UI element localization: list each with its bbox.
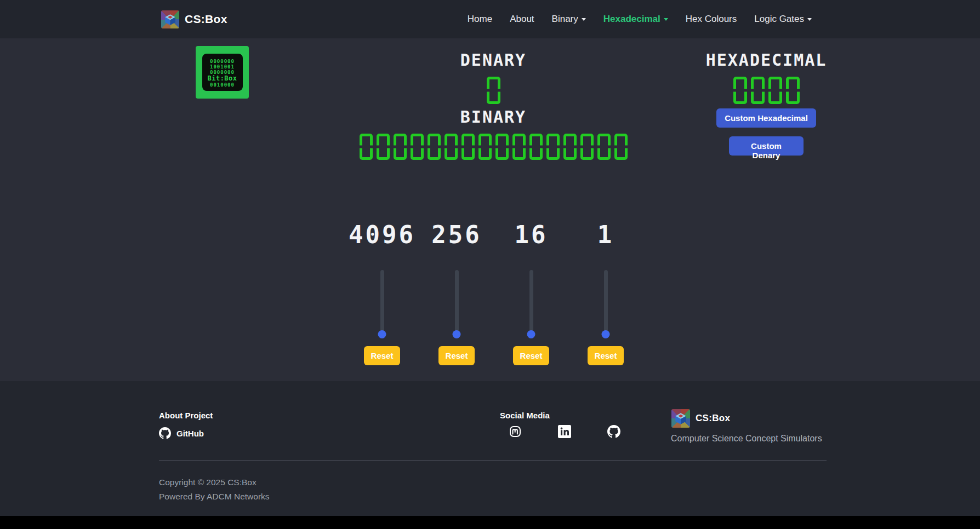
mastodon-icon[interactable] (509, 425, 522, 438)
social-icons (509, 425, 620, 438)
slider-thumb-256[interactable] (453, 330, 461, 338)
denary-value (417, 77, 570, 104)
slider-column-1: 1Reset (568, 222, 643, 365)
binary-seg-digit (580, 134, 594, 160)
social-media-title: Social Media (500, 411, 550, 420)
github-link[interactable]: GitHub (159, 427, 213, 439)
navbar: CS:Box HomeAboutBinaryHexadecimalHex Col… (0, 0, 980, 38)
denary-title: DENARY (417, 50, 570, 70)
slider-16[interactable] (529, 270, 533, 335)
footer-tagline: Computer Science Concept Simulators (671, 434, 822, 444)
csbox-footer-logo-icon (671, 409, 690, 428)
place-value-label: 256 (431, 222, 481, 248)
reset-button-256[interactable]: Reset (438, 346, 475, 365)
hex-seg-digit (768, 77, 782, 104)
navbar-brand-label: CS:Box (185, 13, 227, 26)
nav-item-binary[interactable]: Binary (543, 14, 595, 25)
binary-seg-digit (563, 134, 577, 160)
chevron-down-icon (807, 18, 812, 21)
binary-seg-digit (445, 134, 458, 160)
hexadecimal-simulator: 000000010010010000000Bit:Box0010000 DENA… (0, 38, 980, 381)
binary-title: BINARY (307, 107, 680, 127)
binary-seg-digit (495, 134, 509, 160)
binary-value (307, 134, 680, 160)
binary-seg-digit (360, 134, 373, 160)
chevron-down-icon (582, 18, 586, 21)
place-value-sliders: 4096Reset256Reset16Reset1Reset (345, 222, 643, 365)
bitbox-binary-row: 1001001 (210, 64, 235, 70)
footer: About Project GitHub Social Media CS:Box… (0, 381, 980, 516)
nav-item-hex-colours[interactable]: Hex Colours (677, 14, 746, 25)
binary-seg-digit (411, 134, 424, 160)
slider-thumb-4096[interactable] (378, 330, 386, 338)
nav-item-hexadecimal[interactable]: Hexadecimal (595, 14, 677, 25)
chevron-down-icon (664, 18, 668, 21)
hexadecimal-title: HEXADECIMAL (673, 50, 859, 70)
bitbox-binary-row: 0000000 (210, 59, 235, 64)
place-value-label: 4096 (349, 222, 415, 248)
binary-seg-digit (512, 134, 526, 160)
binary-seg-digit (377, 134, 390, 160)
slider-4096[interactable] (380, 270, 384, 335)
binary-seg-digit (614, 134, 628, 160)
bitbox-name: Bit:Box (207, 75, 237, 82)
nav-item-about[interactable]: About (501, 14, 543, 25)
powered-by-text: Powered By ADCM Networks (159, 492, 270, 502)
csbox-logo-icon (161, 10, 179, 28)
binary-seg-digit (428, 134, 441, 160)
reset-button-4096[interactable]: Reset (364, 346, 400, 365)
denary-seg-digit (487, 77, 500, 104)
place-value-label: 16 (515, 222, 548, 248)
binary-seg-digit (529, 134, 543, 160)
custom-hexadecimal-button[interactable]: Custom Hexadecimal (716, 108, 816, 128)
copyright-text: Copyright © 2025 CS:Box (159, 478, 257, 487)
nav-item-home[interactable]: Home (459, 14, 501, 25)
bitbox-binary-row: 0000000 (210, 70, 235, 75)
slider-column-16: 16Reset (494, 222, 568, 365)
denary-display: DENARY (417, 50, 570, 104)
slider-1[interactable] (604, 270, 608, 335)
binary-seg-digit (546, 134, 560, 160)
footer-about-column: About Project GitHub (159, 411, 213, 439)
footer-divider (159, 460, 827, 461)
nav-item-logic-gates[interactable]: Logic Gates (745, 14, 821, 25)
hex-seg-digit (751, 77, 765, 104)
slider-256[interactable] (455, 270, 459, 335)
footer-brand-label: CS:Box (696, 413, 730, 424)
custom-denary-button[interactable]: Custom Denary (729, 136, 804, 156)
bottom-strip (0, 516, 980, 529)
navbar-brand[interactable]: CS:Box (161, 0, 227, 38)
github-icon (159, 427, 171, 439)
slider-column-4096: 4096Reset (345, 222, 419, 365)
linkedin-icon[interactable] (558, 425, 571, 438)
reset-button-1[interactable]: Reset (588, 346, 624, 365)
footer-brand[interactable]: CS:Box (671, 409, 730, 428)
bitbox-binary-row: 0010000 (210, 82, 235, 88)
github-icon[interactable] (607, 425, 620, 438)
nav-list: HomeAboutBinaryHexadecimalHex ColoursLog… (459, 0, 821, 38)
binary-seg-digit (478, 134, 492, 160)
reset-button-16[interactable]: Reset (513, 346, 549, 365)
bitbox-logo-screen: 000000010010010000000Bit:Box0010000 (202, 54, 243, 91)
slider-thumb-16[interactable] (527, 330, 535, 338)
slider-thumb-1[interactable] (602, 330, 610, 338)
github-link-label: GitHub (176, 429, 204, 438)
hex-seg-digit (733, 77, 747, 104)
about-project-title: About Project (159, 411, 213, 420)
binary-seg-digit (461, 134, 475, 160)
bitbox-logo: 000000010010010000000Bit:Box0010000 (196, 46, 249, 99)
place-value-label: 1 (597, 222, 614, 248)
hexadecimal-display: HEXADECIMAL (673, 50, 859, 104)
binary-display: BINARY (307, 107, 680, 160)
binary-seg-digit (394, 134, 407, 160)
slider-column-256: 256Reset (419, 222, 494, 365)
hex-seg-digit (786, 77, 800, 104)
binary-seg-digit (597, 134, 611, 160)
hexadecimal-value (673, 77, 859, 104)
